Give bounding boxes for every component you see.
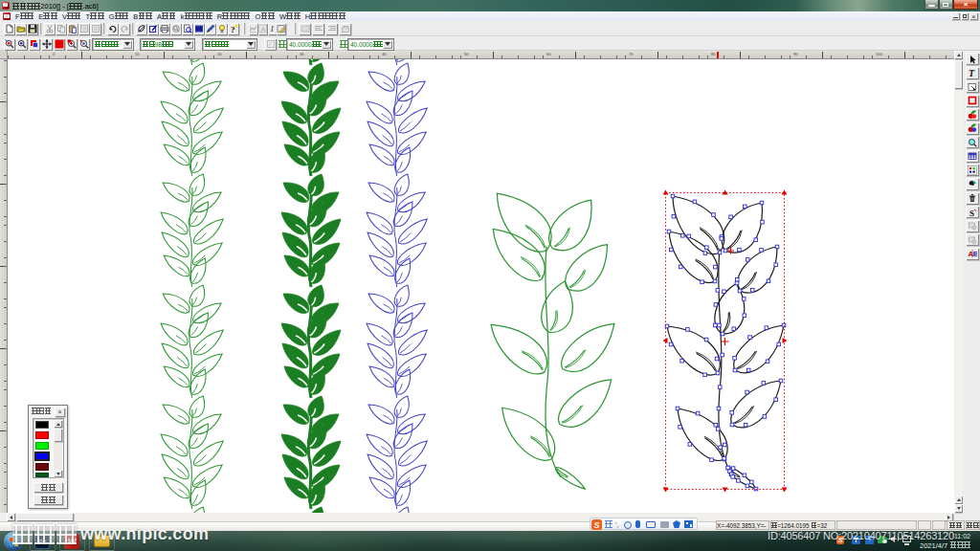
svg-text:B: B <box>972 250 976 258</box>
svg-text:S: S <box>969 208 974 217</box>
svg-text:?: ? <box>231 25 235 34</box>
svg-text:I: I <box>270 24 275 33</box>
svg-text:T: T <box>969 68 975 77</box>
